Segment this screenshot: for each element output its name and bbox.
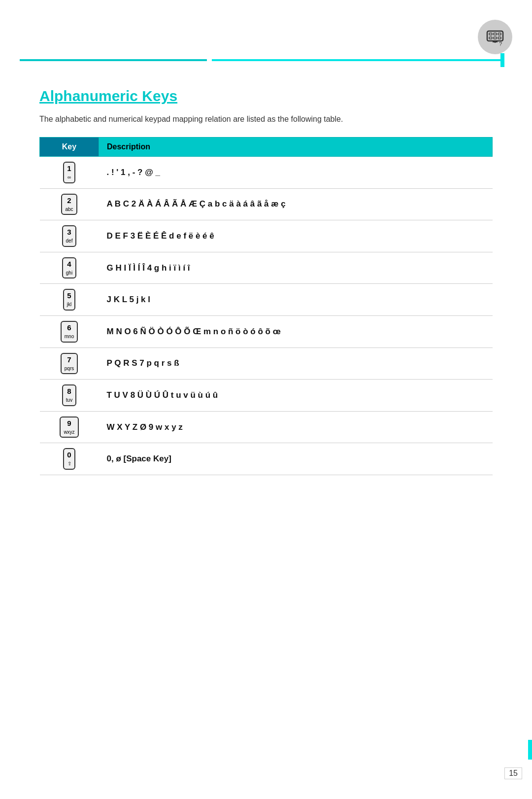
key-cell-6: 7pqrs [40,347,99,380]
table-row: 1∞. ! ' 1 , - ? @ _ [40,157,493,189]
key-cell-0: 1∞ [40,157,99,189]
desc-cell-1: A B C 2 Ä À Á Â Ã Å Æ Ç a b c ä à á â ã … [99,188,493,220]
key-cell-1: 2abc [40,188,99,220]
top-bar-right [212,59,502,61]
key-cell-5: 6mno [40,315,99,347]
desc-cell-2: D E F 3 Ë È É Ê d e f ë è é ê [99,220,493,252]
key-badge-0: 1∞ [63,162,75,183]
table-row: 9wxyzW X Y Z Ø 9 w x y z [40,411,493,443]
key-cell-9: 0⇧ [40,443,99,475]
table-row: 6mnoM N O 6 Ñ Ö Ò Ó Ô Õ Œ m n o ñ ö ò ó … [40,315,493,347]
table-header-desc: Description [99,138,493,157]
svg-rect-1 [489,33,492,35]
table-row: 8tuvT U V 8 Ü Ù Ú Û t u v ü ù ú û [40,380,493,412]
desc-cell-6: P Q R S 7 p q r s ß [99,347,493,380]
sidebar-accent-bar [528,740,532,760]
key-badge-3: 4ghi [62,257,76,279]
key-cell-4: 5jkl [40,284,99,316]
key-badge-5: 6mno [61,321,78,343]
key-cell-2: 3def [40,220,99,252]
key-cell-3: 4ghi [40,252,99,284]
table-row: 3defD E F 3 Ë È É Ê d e f ë è é ê [40,220,493,252]
desc-cell-0: . ! ' 1 , - ? @ _ [99,157,493,189]
svg-text:?: ? [499,41,502,47]
svg-rect-5 [494,37,497,39]
svg-rect-4 [489,37,492,39]
main-content: Alphanumeric Keys The alphabetic and num… [39,73,493,475]
table-header-key: Key [40,138,99,157]
alphanumeric-table: Key Description 1∞. ! ' 1 , - ? @ _2abcA… [39,137,493,475]
table-row: 5jklJ K L 5 j k l [40,284,493,316]
desc-cell-4: J K L 5 j k l [99,284,493,316]
key-badge-1: 2abc [61,194,77,215]
key-badge-2: 3def [62,225,77,247]
key-badge-4: 5jkl [63,289,75,311]
desc-cell-3: G H I Ï Ì Í Î 4 g h i ï ì í î [99,252,493,284]
corner-icon: ? [478,20,512,54]
table-row: 7pqrsP Q R S 7 p q r s ß [40,347,493,380]
svg-rect-2 [494,33,497,35]
desc-cell-8: W X Y Z Ø 9 w x y z [99,411,493,443]
page-title: Alphanumeric Keys [39,88,493,104]
svg-rect-6 [498,37,501,39]
page-number: 15 [504,767,522,779]
top-bar-accent [500,53,504,67]
key-cell-7: 8tuv [40,380,99,412]
desc-cell-7: T U V 8 Ü Ù Ú Û t u v ü ù ú û [99,380,493,412]
table-row: 2abcA B C 2 Ä À Á Â Ã Å Æ Ç a b c ä à á … [40,188,493,220]
svg-rect-0 [487,31,503,41]
key-badge-8: 9wxyz [60,417,78,438]
key-cell-8: 9wxyz [40,411,99,443]
table-row: 4ghiG H I Ï Ì Í Î 4 g h i ï ì í î [40,252,493,284]
table-row: 0⇧0, ø [Space Key] [40,443,493,475]
key-badge-6: 7pqrs [61,353,78,375]
svg-rect-3 [498,33,501,35]
key-badge-9: 0⇧ [63,448,75,470]
desc-cell-5: M N O 6 Ñ Ö Ò Ó Ô Õ Œ m n o ñ ö ò ó ô õ … [99,315,493,347]
key-badge-7: 8tuv [62,384,76,406]
top-bar-left [20,59,207,61]
desc-cell-9: 0, ø [Space Key] [99,443,493,475]
description-text: The alphabetic and numerical keypad mapp… [39,113,493,125]
